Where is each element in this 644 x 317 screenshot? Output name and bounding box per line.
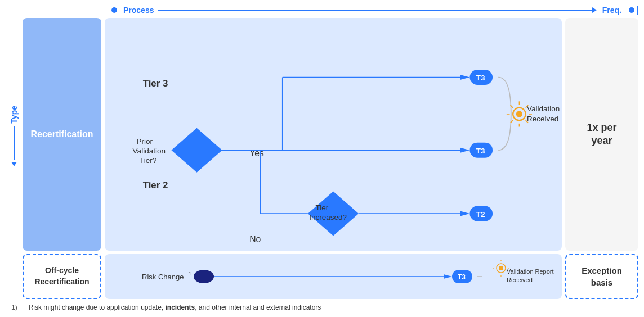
- t3-label-top: T3: [476, 74, 485, 82]
- type-label: Type: [10, 106, 19, 124]
- header-row: Process Freq.: [110, 6, 638, 15]
- tier3-text: Tier 3: [143, 78, 168, 89]
- exception-label: Exceptionbasis: [582, 265, 622, 288]
- risk-change-superscript: 1: [189, 271, 191, 277]
- tier2-text: Tier 2: [143, 180, 168, 191]
- validation-report-1: Validation Report: [507, 268, 554, 275]
- sun-offcycle-center: [499, 266, 503, 270]
- t2-label: T2: [476, 210, 485, 219]
- recert-row: Recertification Tier 3 Tier 2 Yes No: [23, 18, 638, 251]
- main-container: Process Freq. Type Recertification: [0, 0, 644, 317]
- footer-note: 1) Risk might change due to application …: [6, 304, 638, 311]
- arrow-t3-mid: [460, 148, 470, 153]
- freq-line: [637, 6, 638, 15]
- tier-increased-label1: Tier: [315, 203, 328, 212]
- prior-validation-label2: Validation: [133, 147, 166, 155]
- type-arrow-line: [14, 126, 15, 160]
- offcycle-box: Off-cycleRecertification: [23, 254, 101, 299]
- process-start-dot: [111, 7, 117, 13]
- offcycle-row: Off-cycleRecertification Risk Change 1: [23, 254, 638, 299]
- t3-offcycle-label: T3: [458, 273, 466, 281]
- risk-change-label: Risk Change: [142, 273, 184, 281]
- recert-label: Recertification: [30, 129, 93, 139]
- validation-received-2: Received: [527, 115, 558, 123]
- offcycle-arrow: [444, 274, 452, 279]
- type-arrow-head: [11, 162, 17, 166]
- arrow-t3-top: [460, 75, 470, 80]
- t3-label-mid: T3: [476, 147, 485, 155]
- sun-center: [516, 111, 522, 117]
- process-label: Process: [123, 6, 154, 15]
- validation-report-2: Received: [507, 277, 533, 283]
- offcycle-label: Off-cycleRecertification: [34, 265, 89, 287]
- offcycle-process: Risk Change 1 T3: [105, 254, 562, 299]
- footnote-text: Risk might change due to application upd…: [29, 304, 321, 311]
- offcycle-diagram: Risk Change 1 T3: [105, 254, 562, 299]
- prior-validation-label1: Prior: [136, 137, 153, 146]
- validation-received-1: Validation: [527, 105, 560, 113]
- footnote-number: 1): [11, 304, 17, 311]
- freq-value: 1x peryear: [587, 121, 616, 148]
- sections: Recertification Tier 3 Tier 2 Yes No: [23, 18, 638, 299]
- process-diagram: Tier 3 Tier 2 Yes No Prior Validation Ti…: [105, 18, 562, 251]
- no-label: No: [249, 234, 261, 244]
- risk-change-oval: [194, 270, 214, 283]
- arrow-t2: [460, 211, 470, 216]
- process-arrow-line: [158, 10, 592, 11]
- process-arrow-head: [592, 7, 597, 13]
- prior-validation-diamond: [171, 128, 222, 173]
- freq-dot: [629, 7, 634, 13]
- freq-column: 1x peryear: [565, 18, 638, 251]
- freq-label: Freq.: [602, 6, 621, 15]
- type-column: Type: [6, 18, 23, 299]
- process-area: Tier 3 Tier 2 Yes No Prior Validation Ti…: [105, 18, 562, 251]
- tier-increased-label2: Increased?: [309, 213, 347, 221]
- prior-validation-label3: Tier?: [140, 156, 157, 165]
- exception-box: Exceptionbasis: [565, 254, 638, 299]
- main-content: Type Recertification Tier 3 Tier 2: [6, 18, 638, 299]
- recert-box: Recertification: [23, 18, 101, 251]
